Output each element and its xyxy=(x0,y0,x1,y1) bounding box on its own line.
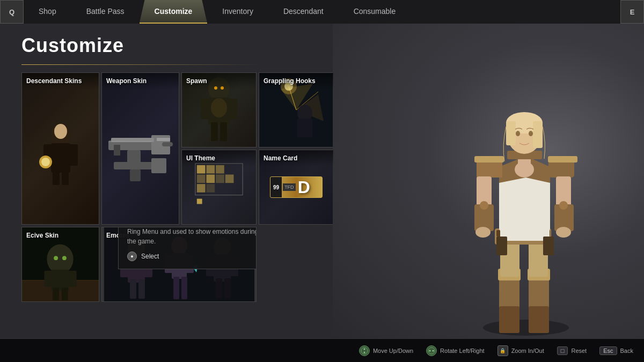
svg-point-105 xyxy=(480,201,488,210)
hint-move-label: Move Up/Down xyxy=(373,348,413,354)
grid-item-ui-theme[interactable]: UI Theme xyxy=(181,150,257,225)
svg-rect-120 xyxy=(543,237,554,255)
svg-rect-18 xyxy=(151,158,166,173)
hint-reset: □ Reset xyxy=(557,346,587,355)
left-panel: Customize xyxy=(0,24,333,338)
svg-rect-84 xyxy=(529,306,549,333)
bottom-bar: Move Up/Down Rotate Left/Right 🔒 Zoom In… xyxy=(0,338,644,362)
svg-rect-83 xyxy=(499,306,519,333)
svg-rect-4 xyxy=(53,169,60,185)
hint-back-label: Back xyxy=(620,348,633,354)
svg-point-108 xyxy=(556,227,571,238)
svg-point-126 xyxy=(433,350,434,351)
svg-rect-1 xyxy=(51,143,70,173)
svg-rect-13 xyxy=(157,138,170,141)
svg-rect-39 xyxy=(197,165,206,174)
name-card-level: 99 xyxy=(270,177,282,197)
zoom-icon: 🔒 xyxy=(497,345,508,356)
reset-key: □ xyxy=(557,346,568,355)
hint-reset-label: Reset xyxy=(571,348,587,354)
nav-right-key[interactable]: E xyxy=(620,0,644,24)
svg-rect-98 xyxy=(474,156,504,162)
grid-item-ecive-skin[interactable]: Ecive Skin xyxy=(21,227,99,302)
nav-item-battlepass[interactable]: Battle Pass xyxy=(71,0,140,24)
nav-items-list: Shop Battle Pass Customize Inventory Des… xyxy=(24,0,620,24)
name-card-preview: 99 TFD D xyxy=(270,161,323,213)
svg-point-58 xyxy=(54,256,58,260)
hint-move: Move Up/Down xyxy=(359,345,413,356)
svg-point-52 xyxy=(47,245,73,274)
svg-rect-15 xyxy=(162,142,173,146)
svg-rect-79 xyxy=(224,278,231,299)
title-underline xyxy=(21,64,322,65)
main-content: Customize xyxy=(0,24,644,338)
nav-item-descendant[interactable]: Descendant xyxy=(268,0,339,24)
character-display xyxy=(451,43,601,338)
top-navigation: Q Shop Battle Pass Customize Inventory D… xyxy=(0,0,644,24)
weapon-skin-image xyxy=(102,73,179,224)
emotes-tooltip: Emotes Emotes and Sprays can be assigned… xyxy=(118,227,257,269)
svg-rect-47 xyxy=(206,184,215,193)
hint-back: Esc Back xyxy=(599,346,633,355)
name-card-inner: 99 TFD D xyxy=(270,176,323,198)
customize-grid: Descendant Skins xyxy=(21,72,322,302)
svg-rect-46 xyxy=(197,184,206,193)
hint-zoom: 🔒 Zoom In/Out xyxy=(497,345,544,356)
hint-rotate: Rotate Left/Right xyxy=(426,345,485,356)
tooltip-body: Emotes and Sprays can be assigned to the… xyxy=(127,227,257,246)
ui-theme-label: UI Theme xyxy=(186,154,215,162)
svg-point-122 xyxy=(363,348,365,350)
svg-rect-14 xyxy=(114,145,120,156)
svg-rect-25 xyxy=(220,122,227,141)
svg-point-125 xyxy=(429,350,431,351)
svg-rect-48 xyxy=(197,199,202,204)
svg-rect-119 xyxy=(496,237,507,255)
grid-item-spawn[interactable]: Spawn xyxy=(181,72,257,147)
nav-item-consumable[interactable]: Consumable xyxy=(339,0,411,24)
right-panel xyxy=(333,24,644,338)
grid-item-descendant-skins[interactable]: Descendant Skins xyxy=(21,72,99,225)
grid-item-grappling[interactable]: Grappling Hooks xyxy=(259,72,334,147)
grappling-label: Grappling Hooks xyxy=(264,77,316,85)
name-card-letter: D xyxy=(298,178,310,197)
nav-item-shop[interactable]: Shop xyxy=(24,0,71,24)
svg-rect-3 xyxy=(68,144,78,166)
svg-rect-43 xyxy=(206,174,215,183)
svg-rect-23 xyxy=(229,99,237,119)
svg-rect-45 xyxy=(225,174,234,183)
nav-item-inventory[interactable]: Inventory xyxy=(207,0,268,24)
hint-zoom-label: Zoom In/Out xyxy=(511,348,544,354)
spawn-label: Spawn xyxy=(186,77,207,85)
grid-item-weapon-skin[interactable]: Weapon Skin xyxy=(101,72,179,225)
nav-left-key[interactable]: Q xyxy=(0,0,24,24)
svg-rect-19 xyxy=(130,169,141,181)
svg-rect-71 xyxy=(173,277,179,299)
svg-rect-41 xyxy=(216,165,224,174)
svg-point-106 xyxy=(559,201,568,210)
svg-rect-24 xyxy=(211,122,218,141)
svg-point-115 xyxy=(516,131,520,136)
grid-item-name-card[interactable]: 99 TFD D Name Card xyxy=(259,150,334,225)
svg-point-59 xyxy=(62,256,67,260)
svg-point-123 xyxy=(363,351,365,353)
svg-rect-54 xyxy=(44,271,52,287)
svg-point-8 xyxy=(41,158,50,166)
ecive-skin-label: Ecive Skin xyxy=(26,232,58,239)
svg-rect-37 xyxy=(297,119,312,137)
svg-rect-5 xyxy=(62,169,69,185)
descendant-skins-label: Descendant Skins xyxy=(26,77,82,85)
tooltip-action: ● Select xyxy=(127,252,257,261)
tooltip-action-label: Select xyxy=(141,253,159,260)
grid-item-emotes[interactable]: Emotes Emotes Emotes and Sprays can be a… xyxy=(101,227,257,302)
svg-rect-72 xyxy=(181,277,187,299)
nav-item-customize[interactable]: Customize xyxy=(140,0,208,24)
weapon-skin-label: Weapon Skin xyxy=(106,77,147,85)
move-icon xyxy=(359,345,370,356)
svg-rect-40 xyxy=(206,165,215,174)
svg-rect-55 xyxy=(69,271,77,287)
svg-rect-56 xyxy=(53,287,59,300)
ui-theme-preview xyxy=(193,161,245,213)
svg-point-28 xyxy=(211,98,227,117)
hint-rotate-label: Rotate Left/Right xyxy=(440,348,485,354)
svg-rect-57 xyxy=(62,287,68,300)
